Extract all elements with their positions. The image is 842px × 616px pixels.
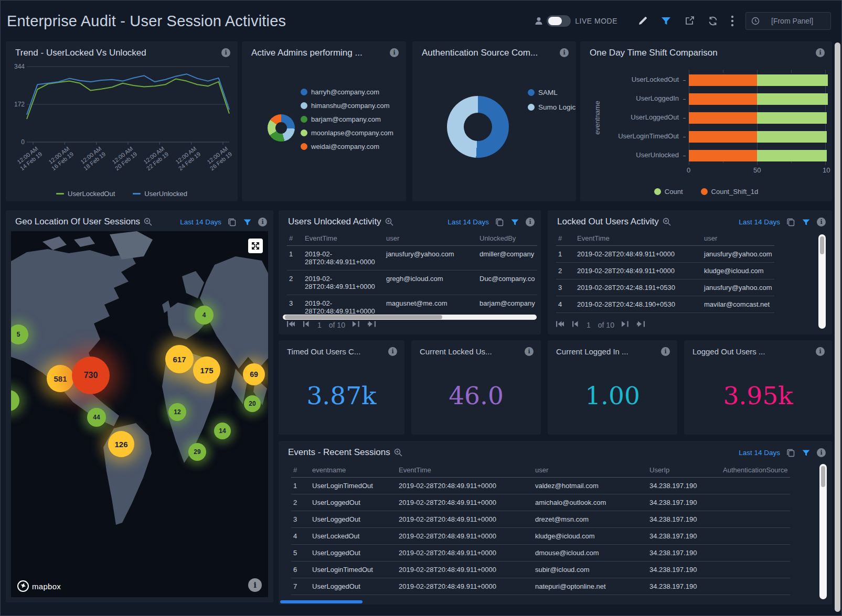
pager-last-button[interactable] — [637, 320, 645, 329]
time-range-link[interactable]: Last 14 Days — [180, 218, 221, 226]
legend-item[interactable]: harryh@company.com — [301, 88, 393, 96]
page-scrollbar[interactable] — [835, 42, 840, 612]
kebab-menu-icon[interactable] — [731, 12, 734, 30]
pager-last-button[interactable] — [368, 320, 376, 329]
table-row[interactable]: 32019-02-28T20:42:48.191+0530janusfury@y… — [556, 279, 774, 296]
scrollbar-thumb[interactable] — [821, 466, 825, 487]
table-row[interactable]: 32019-02-28T20:48:49.911+0000magusnet@me… — [287, 295, 537, 315]
pager-first-button[interactable] — [287, 320, 295, 329]
map-bubble[interactable]: 175 — [193, 356, 220, 384]
column-header[interactable]: # — [291, 463, 310, 478]
user-icon[interactable] — [534, 12, 543, 30]
info-icon[interactable]: i — [388, 347, 397, 356]
map-bubble[interactable]: 4 — [195, 306, 214, 325]
column-header[interactable]: EventTime — [397, 463, 533, 478]
pager-first-button[interactable] — [556, 320, 564, 329]
column-header[interactable]: UserIp — [647, 463, 721, 478]
zoom-magnifier-icon[interactable] — [385, 218, 393, 226]
table-row[interactable]: 4UserLockedOut2019-02-28T20:48:49.911+00… — [291, 528, 790, 545]
map-bubble[interactable]: 29 — [188, 443, 206, 461]
edit-pencil-icon[interactable] — [637, 12, 648, 30]
info-icon[interactable]: i — [258, 218, 267, 226]
map-bubble[interactable]: 20 — [244, 395, 261, 412]
admins-donut-chart[interactable] — [268, 114, 295, 142]
info-icon[interactable]: i — [221, 48, 230, 57]
table-row[interactable]: 22019-02-28T20:48:49.911+0000gregh@iclou… — [287, 271, 537, 295]
map-bubble[interactable]: 581 — [47, 365, 74, 392]
map-expand-button[interactable] — [248, 239, 263, 253]
scrollbar-thumb[interactable] — [285, 315, 442, 319]
legend-item[interactable]: SAML — [528, 89, 575, 96]
table-row[interactable]: 42019-02-28T20:42:48.190+0530mavilar@com… — [556, 296, 774, 313]
info-icon[interactable]: i — [816, 347, 825, 356]
bar-row[interactable] — [689, 150, 827, 161]
map-bubble[interactable]: 44 — [87, 408, 106, 427]
time-range-selector[interactable]: [From Panel] — [745, 12, 831, 30]
column-header[interactable]: EventTime — [575, 231, 702, 246]
bar-row[interactable] — [689, 93, 828, 105]
filter-icon[interactable] — [802, 449, 811, 457]
info-icon[interactable]: i — [390, 48, 399, 57]
column-header[interactable]: # — [287, 231, 303, 246]
legend-item[interactable]: UserLockedOut — [56, 190, 115, 198]
column-header[interactable]: EventTime — [303, 231, 384, 246]
map-attribution-info-icon[interactable]: i — [248, 578, 262, 592]
table-row[interactable]: 7UserLoggedOut2019-02-28T20:48:49.911+00… — [291, 578, 790, 595]
live-mode-toggle[interactable] — [547, 15, 571, 27]
column-header[interactable]: AuthenticationSource — [721, 463, 790, 478]
horizontal-scrollbar[interactable] — [283, 315, 537, 320]
pager-next-button[interactable] — [353, 320, 360, 329]
bar-row[interactable] — [689, 112, 827, 124]
table-row[interactable]: 1UserLoginTimedOut2019-02-28T20:48:49.91… — [291, 478, 790, 494]
auth-donut-chart[interactable] — [447, 96, 509, 158]
horizontal-scrollbar-thumb[interactable] — [280, 600, 363, 603]
copy-icon[interactable] — [495, 218, 504, 226]
zoom-magnifier-icon[interactable] — [663, 218, 671, 226]
map-bubble[interactable]: 617 — [165, 345, 194, 373]
map-bubble[interactable]: 14 — [214, 423, 231, 439]
info-icon[interactable]: i — [525, 347, 534, 356]
vertical-scrollbar[interactable] — [819, 464, 827, 599]
table-row[interactable]: 6UserLoginTimedOut2019-02-28T20:48:49.91… — [291, 561, 790, 578]
zoom-magnifier-icon[interactable] — [394, 448, 402, 457]
table-row[interactable]: 22019-02-28T20:48:49.911+0000kludge@iclo… — [556, 263, 774, 279]
refresh-icon[interactable] — [708, 12, 718, 30]
filter-icon[interactable] — [243, 218, 252, 226]
legend-item[interactable]: moonlapse@company.com — [301, 129, 393, 137]
column-header[interactable]: UnlockedBy — [477, 231, 537, 246]
filter-icon[interactable] — [802, 218, 811, 226]
legend-item[interactable]: UserUnlocked — [133, 190, 187, 198]
share-icon[interactable] — [684, 12, 695, 30]
map-bubble[interactable]: 126 — [108, 431, 134, 457]
info-icon[interactable]: i — [661, 347, 670, 356]
legend-item[interactable]: barjam@company.com — [301, 115, 393, 123]
table-row[interactable]: 12019-02-28T20:48:49.911+0000janusfury@y… — [287, 246, 537, 271]
legend-item[interactable]: himanshu@company.com — [301, 102, 393, 110]
info-icon[interactable]: i — [526, 218, 535, 226]
bar-row[interactable] — [689, 74, 828, 86]
info-icon[interactable]: i — [817, 448, 826, 457]
table-row[interactable]: 3UserLoggedOut2019-02-28T20:48:49.911+00… — [291, 511, 790, 528]
info-icon[interactable]: i — [560, 48, 569, 57]
legend-item[interactable]: Count_Shift_1d — [701, 188, 759, 196]
copy-icon[interactable] — [786, 218, 795, 226]
time-range-link[interactable]: Last 14 Days — [447, 218, 489, 226]
map-bubble[interactable]: 69 — [243, 363, 265, 385]
map-bubble[interactable]: 12 — [168, 403, 186, 421]
time-range-link[interactable]: Last 14 Days — [739, 449, 780, 457]
table-row[interactable]: 2UserLoggedOut2019-02-28T20:48:49.911+00… — [291, 494, 790, 511]
copy-icon[interactable] — [786, 448, 795, 457]
info-icon[interactable]: i — [816, 48, 825, 57]
zoom-magnifier-icon[interactable] — [144, 218, 152, 226]
vertical-scrollbar[interactable] — [818, 234, 826, 329]
legend-item[interactable]: Sumo Logic — [528, 103, 575, 111]
world-map[interactable]: 546171756958173054412201412629 mapbox i — [11, 231, 268, 597]
legend-item[interactable]: Count — [654, 188, 683, 196]
column-header[interactable]: user — [533, 463, 647, 478]
column-header[interactable]: user — [384, 231, 477, 246]
table-row[interactable]: 12019-02-28T20:48:49.911+0000janusfury@y… — [556, 246, 774, 263]
legend-item[interactable]: weidai@company.com — [301, 143, 393, 150]
filter-icon[interactable] — [660, 12, 672, 30]
bar-row[interactable] — [689, 131, 827, 143]
column-header[interactable]: eventname — [310, 463, 397, 478]
